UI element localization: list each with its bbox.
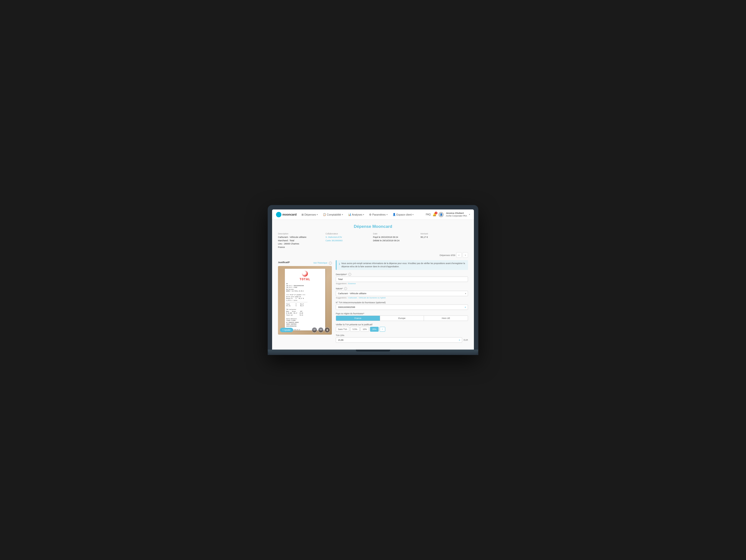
tva-scan-icon: ⌖ [459, 338, 460, 341]
meta-date-debited: Débité le 29/10/2018 09:24 [373, 239, 421, 243]
receipt-background: TOTAL FR TAX Id 1: 30691609902598 TAX Id… [278, 266, 332, 335]
logo[interactable]: mooncard [276, 212, 296, 217]
tva-currency: EUR [464, 339, 468, 341]
essence-suggestion-link[interactable]: Essence [348, 282, 356, 285]
scan-icon: ⌖ [465, 306, 466, 309]
collaborateur-link[interactable]: S. MalvoisinJChr [325, 236, 342, 239]
pagination-next[interactable]: › [463, 252, 468, 258]
avatar: 👤 [438, 212, 444, 217]
meta-collaborateur-label: Collaborateur [325, 232, 373, 235]
info-banner-icon: ℹ [339, 262, 340, 266]
nature-info-icon: i [344, 287, 347, 290]
tva-10-btn[interactable]: 10% [361, 327, 369, 332]
meta-grid: Description Carburant - Véhicule utilita… [278, 232, 468, 249]
chevron-down-icon: ▾ [317, 213, 318, 216]
country-hors-ue-btn[interactable]: Hors UE [424, 316, 468, 321]
chevron-down-icon: ▾ [412, 213, 414, 216]
form-label-nature: Nature* i [336, 287, 468, 290]
tva-rate-label: TVA 10% [336, 334, 468, 337]
nav-comptabilite[interactable]: 📋 Comptabilité ▾ [321, 209, 345, 220]
gear-icon: ⚙ [369, 213, 372, 216]
tva-5-5-btn[interactable]: 5.5% [350, 327, 359, 332]
meta-description: Description Carburant - Véhicule utilita… [278, 232, 325, 249]
notification-badge: 8 [435, 212, 437, 214]
user-info: Jessica Chobert Arche Corporate FRA [446, 212, 467, 218]
nature-select[interactable]: Carburant - Véhicule utilitaire [336, 291, 468, 296]
description-info-icon: i [348, 273, 351, 276]
main-content: Dépense Mooncard Description Carburant -… [272, 220, 474, 349]
chevron-down-icon: ▾ [363, 213, 364, 216]
logo-text: mooncard [282, 213, 296, 216]
receipt-paper: TOTAL FR TAX Id 1: 30691609902598 TAX Id… [285, 269, 325, 331]
screen: mooncard ⊞ Dépenses ▾ 📋 Comptabilité ▾ 📊… [272, 209, 474, 349]
receipt-container: TOTAL FR TAX Id 1: 30691609902598 TAX Id… [278, 266, 332, 335]
history-link[interactable]: Voir l'historique [313, 262, 327, 264]
pagination-prev[interactable]: ‹ [456, 252, 462, 258]
justificatif-section: Justificatif* Voir l'historique i TOTAL … [278, 260, 332, 345]
trash-icon-btn[interactable]: 🗑 [324, 327, 330, 333]
justificatif-header: Justificatif* Voir l'historique i [278, 260, 332, 264]
meta-description-value4: France [278, 246, 325, 249]
tva-btn-group: Sans TVA 5.5% 10% 20% + [336, 327, 468, 332]
nature-select-wrapper: Carburant - Véhicule utilitaire ▾ [336, 291, 468, 296]
country-btn-group: France Europe Hors UE [336, 315, 468, 321]
country-france-btn[interactable]: France [336, 316, 380, 321]
carte-link[interactable]: Carte 381906993 [325, 239, 343, 242]
chevron-down-icon: ▾ [386, 213, 388, 216]
nav-analyses[interactable]: 📊 Analyses ▾ [346, 209, 366, 220]
user-menu-caret[interactable]: ▾ [469, 213, 470, 216]
form-label-pays: Pays ou région du fournisseur* [336, 312, 468, 315]
nature-suggestion: Suggestions : Carburant - Véhicule de to… [336, 297, 468, 299]
nav-depenses[interactable]: ⊞ Dépenses ▾ [299, 209, 320, 220]
nature-suggestion-link[interactable]: Carburant - Véhicule de tourisme ou hybr… [348, 297, 386, 299]
tva-plus-btn[interactable]: + [380, 327, 385, 332]
grid-icon: ⊞ [302, 213, 304, 216]
form-group-description: Description* i Suggestions : Essence [336, 273, 468, 285]
book-icon: 📋 [323, 213, 326, 216]
chart-icon: 📊 [348, 213, 351, 216]
eye-icon-btn[interactable]: 👁 [318, 327, 323, 333]
rotate-icon-btn[interactable]: ↺ [312, 327, 317, 333]
logo-icon [276, 212, 281, 217]
form-group-nature: Nature* i Carburant - Véhicule utilitair… [336, 287, 468, 299]
meta-collaborateur: Collaborateur S. MalvoisinJChr Carte 381… [325, 232, 373, 249]
nav-espace-client[interactable]: 👤 Espace client ▾ [391, 209, 415, 220]
page-title: Dépense Mooncard [278, 224, 468, 229]
notification-bell[interactable]: 🔔 8 [432, 213, 436, 216]
two-col-layout: Justificatif* Voir l'historique i TOTAL … [278, 260, 468, 345]
nav-parametres[interactable]: ⚙ Paramètres ▾ [367, 209, 390, 220]
user-icon: 👤 [393, 213, 396, 216]
country-europe-btn[interactable]: Europe [380, 316, 424, 321]
nav-right: FAQ 🔔 8 👤 Jessica Chobert Arche Corporat… [426, 212, 470, 218]
meta-description-value3: Lieu : 28000 Chartres [278, 242, 325, 246]
form-group-tva-verif: Vérifier la TVA présente sur le justific… [336, 324, 468, 332]
user-name: Jessica Chobert [446, 212, 467, 215]
description-input[interactable] [336, 277, 468, 282]
tva-num-input[interactable] [336, 305, 468, 310]
form-group-pays: Pays ou région du fournisseur* France Eu… [336, 312, 468, 321]
form-label-tva-num: N° TVA intracommunautaire du fournisseur… [336, 301, 468, 304]
meta-montant-label: Montant [421, 232, 468, 235]
tva-sans-btn[interactable]: Sans TVA [336, 327, 349, 332]
form-group-tva-value: TVA 10% ⌖ EUR [336, 334, 468, 343]
info-banner: ℹ Nous avons pré-rempli certaines inform… [336, 260, 468, 270]
laptop-base [268, 349, 478, 355]
receipt-icon-group: ↺ 👁 🗑 [312, 327, 330, 333]
tva-value-input[interactable] [336, 337, 462, 343]
ajouter-button[interactable]: + Ajouter [280, 328, 293, 332]
receipt-controls: + Ajouter ↺ 👁 🗑 [278, 327, 332, 333]
faq-link[interactable]: FAQ [426, 213, 431, 216]
info-banner-text: Nous avons pré-rempli certaines informat… [341, 262, 466, 268]
navbar: mooncard ⊞ Dépenses ▾ 📋 Comptabilité ▾ 📊… [272, 209, 474, 220]
tva-verif-label: Vérifier la TVA présente sur le justific… [336, 324, 468, 326]
tva-input-row: ⌖ EUR [336, 337, 468, 343]
chevron-down-icon: ▾ [342, 213, 343, 216]
meta-description-value1: Carburant - Véhicule utilitaire [278, 236, 325, 239]
meta-montant: Montant 95,17 € [421, 232, 468, 249]
total-logo-circle [302, 271, 308, 277]
description-suggestion: Suggestions : Essence [336, 282, 468, 285]
user-company: Arche Corporate FRA [446, 215, 467, 218]
form-section: ℹ Nous avons pré-rempli certaines inform… [336, 260, 468, 345]
tva-20-btn[interactable]: 20% [370, 327, 379, 332]
meta-date-label: Date [373, 232, 421, 235]
